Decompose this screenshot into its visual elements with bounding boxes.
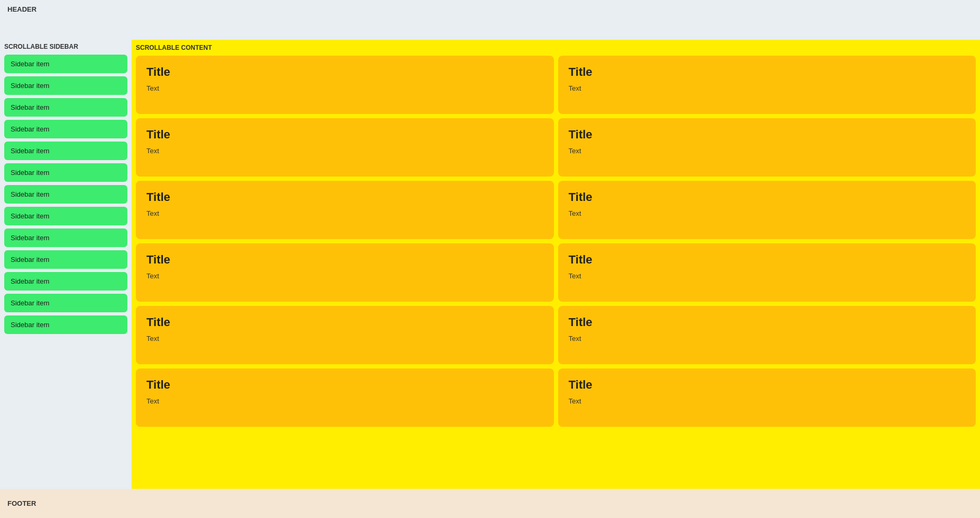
- card-text-3: Text: [569, 147, 966, 155]
- header-label: HEADER: [7, 5, 37, 13]
- content-card-7: TitleText: [558, 243, 976, 302]
- card-title-3: Title: [569, 128, 966, 142]
- sidebar-items-container: Sidebar itemSidebar itemSidebar itemSide…: [4, 55, 127, 334]
- sidebar-item-7[interactable]: Sidebar item: [4, 207, 127, 225]
- sidebar-item-12[interactable]: Sidebar item: [4, 315, 127, 334]
- header: HEADER: [0, 0, 980, 40]
- content-area[interactable]: SCROLLABLE CONTENT TitleTextTitleTextTit…: [132, 40, 980, 489]
- card-title-1: Title: [569, 65, 966, 79]
- sidebar-item-4[interactable]: Sidebar item: [4, 142, 127, 160]
- card-title-2: Title: [146, 128, 543, 142]
- card-title-7: Title: [569, 253, 966, 267]
- content-card-6: TitleText: [136, 243, 554, 302]
- card-title-0: Title: [146, 65, 543, 79]
- card-title-11: Title: [569, 378, 966, 392]
- card-text-2: Text: [146, 147, 543, 155]
- card-text-8: Text: [146, 335, 543, 343]
- main-area: SCROLLABLE SIDEBAR Sidebar itemSidebar i…: [0, 40, 980, 489]
- content-card-0: TitleText: [136, 56, 554, 114]
- sidebar-item-5[interactable]: Sidebar item: [4, 163, 127, 182]
- sidebar-item-2[interactable]: Sidebar item: [4, 98, 127, 117]
- card-text-5: Text: [569, 209, 966, 217]
- footer-label: FOOTER: [7, 499, 36, 507]
- card-title-4: Title: [146, 190, 543, 204]
- card-text-6: Text: [146, 272, 543, 280]
- content-card-4: TitleText: [136, 181, 554, 239]
- content-label: SCROLLABLE CONTENT: [136, 44, 976, 51]
- sidebar-item-9[interactable]: Sidebar item: [4, 250, 127, 269]
- content-card-8: TitleText: [136, 306, 554, 364]
- content-card-9: TitleText: [558, 306, 976, 364]
- card-text-0: Text: [146, 84, 543, 92]
- card-title-10: Title: [146, 378, 543, 392]
- sidebar-item-6[interactable]: Sidebar item: [4, 185, 127, 204]
- footer: FOOTER: [0, 489, 980, 518]
- card-title-9: Title: [569, 315, 966, 329]
- content-card-11: TitleText: [558, 368, 976, 427]
- sidebar[interactable]: SCROLLABLE SIDEBAR Sidebar itemSidebar i…: [0, 40, 132, 489]
- card-text-1: Text: [569, 84, 966, 92]
- content-card-5: TitleText: [558, 181, 976, 239]
- sidebar-item-1[interactable]: Sidebar item: [4, 76, 127, 95]
- content-grid: TitleTextTitleTextTitleTextTitleTextTitl…: [136, 56, 976, 427]
- sidebar-item-8[interactable]: Sidebar item: [4, 229, 127, 247]
- sidebar-label: SCROLLABLE SIDEBAR: [4, 43, 127, 50]
- card-text-4: Text: [146, 209, 543, 217]
- card-text-9: Text: [569, 335, 966, 343]
- card-title-8: Title: [146, 315, 543, 329]
- content-card-1: TitleText: [558, 56, 976, 114]
- content-card-3: TitleText: [558, 118, 976, 177]
- card-text-7: Text: [569, 272, 966, 280]
- sidebar-item-0[interactable]: Sidebar item: [4, 55, 127, 73]
- sidebar-item-11[interactable]: Sidebar item: [4, 294, 127, 312]
- sidebar-item-10[interactable]: Sidebar item: [4, 272, 127, 291]
- card-title-5: Title: [569, 190, 966, 204]
- card-text-11: Text: [569, 397, 966, 405]
- sidebar-item-3[interactable]: Sidebar item: [4, 120, 127, 138]
- content-card-2: TitleText: [136, 118, 554, 177]
- card-text-10: Text: [146, 397, 543, 405]
- card-title-6: Title: [146, 253, 543, 267]
- content-card-10: TitleText: [136, 368, 554, 427]
